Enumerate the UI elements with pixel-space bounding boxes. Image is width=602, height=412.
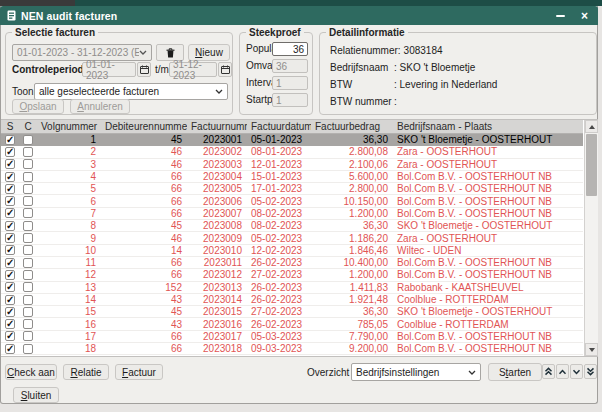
interval-input[interactable]: 1 [272, 76, 308, 90]
c-checkbox[interactable] [23, 159, 33, 169]
s-checkbox[interactable] [5, 344, 15, 354]
table-row[interactable]: 17 66 2023017 05-03-2023 7.790,00 Bol.Co… [1, 331, 583, 343]
c-checkbox[interactable] [23, 196, 33, 206]
c-checkbox[interactable] [23, 233, 33, 243]
s-checkbox[interactable] [5, 307, 15, 317]
c-checkbox[interactable] [23, 221, 33, 231]
s-checkbox[interactable] [5, 172, 15, 182]
header-volgnummer[interactable]: Volgnummer [37, 120, 101, 133]
table-scrollbar[interactable] [584, 120, 598, 356]
header-debiteurennummer[interactable]: Debiteurennummer [101, 120, 187, 133]
table-row[interactable]: 13 152 2023013 26-02-2023 1.411,83 Rabob… [1, 282, 583, 294]
omvang-input[interactable]: 36 [272, 59, 308, 73]
table-row[interactable]: 3 46 2023003 12-01-2023 2.100,06 Zara - … [1, 159, 583, 171]
table-row[interactable]: 18 66 2023018 09-03-2023 9.200,00 Bol.Co… [1, 343, 583, 355]
c-checkbox[interactable] [23, 135, 33, 145]
cell-factuurnummer: 2023003 [187, 159, 247, 170]
c-checkbox[interactable] [23, 344, 33, 354]
header-c[interactable]: C [19, 120, 37, 133]
s-checkbox[interactable] [5, 331, 15, 341]
chevron-down-icon [215, 89, 223, 94]
c-checkbox[interactable] [23, 184, 33, 194]
header-factuurbedrag[interactable]: Factuurbedrag [311, 120, 393, 133]
minimize-button[interactable] [556, 15, 565, 17]
toon-select[interactable]: alle geselecteerde facturen [34, 83, 228, 100]
c-checkbox[interactable] [23, 319, 33, 329]
starten-button[interactable]: Starten [488, 363, 542, 381]
cell-factuurbedrag: 2.800,08 [311, 146, 393, 157]
cell-debiteurennummer: 45 [101, 134, 187, 145]
c-checkbox[interactable] [23, 258, 33, 268]
sluiten-button[interactable]: Sluiten [13, 387, 59, 403]
table-row[interactable]: 8 45 2023008 08-02-2023 36,30 SKO 't Blo… [1, 220, 583, 232]
overzicht-select[interactable]: Bedrijfsinstellingen [351, 363, 481, 381]
table-row[interactable]: 1 45 2023001 05-01-2023 36,30 SKO 't Blo… [1, 134, 583, 146]
s-checkbox[interactable] [5, 270, 15, 280]
c-checkbox[interactable] [23, 295, 33, 305]
factuur-button[interactable]: Factuur [115, 364, 163, 380]
scroll-last-button[interactable] [584, 364, 597, 379]
opslaan-button[interactable]: Opslaan [12, 99, 64, 114]
s-checkbox[interactable] [5, 245, 15, 255]
s-checkbox[interactable] [5, 295, 15, 305]
cell-volgnummer: 18 [37, 343, 101, 354]
table-row[interactable]: 15 45 2023015 27-02-2023 36,30 SKO 't Bl… [1, 306, 583, 318]
header-s[interactable]: S [1, 120, 19, 133]
scrollbar-thumb[interactable] [586, 134, 597, 196]
c-checkbox[interactable] [23, 331, 33, 341]
check-aan-button[interactable]: Check aan [5, 364, 57, 380]
populatie-input[interactable]: 36 [272, 42, 308, 56]
scroll-up-arrow-button[interactable] [585, 120, 598, 133]
close-button[interactable]: × [581, 10, 588, 22]
table-row[interactable]: 10 14 2023010 12-02-2023 1.846,46 Wiltec… [1, 245, 583, 257]
scrollbar-track[interactable] [585, 133, 598, 343]
header-bedrijfsnaam-plaats[interactable]: Bedrijfsnaam - Plaats [393, 120, 583, 133]
c-checkbox[interactable] [23, 270, 33, 280]
cell-debiteurennummer: 46 [101, 159, 187, 170]
table-row[interactable]: 11 66 2023011 26-02-2023 10.400,00 Bol.C… [1, 257, 583, 269]
scroll-next-button[interactable] [570, 364, 583, 379]
annuleren-button[interactable]: Annuleren [70, 99, 130, 114]
scroll-down-arrow-button[interactable] [585, 343, 598, 356]
s-checkbox[interactable] [5, 159, 15, 169]
s-checkbox[interactable] [5, 282, 15, 292]
s-checkbox[interactable] [5, 258, 15, 268]
c-checkbox[interactable] [23, 245, 33, 255]
table-row[interactable]: 14 43 2023014 26-02-2023 1.921,48 Coolbl… [1, 294, 583, 306]
header-factuurdatum[interactable]: Factuurdatum [247, 120, 311, 133]
table-row[interactable]: 9 46 2023009 05-02-2023 1.186,20 Zara - … [1, 232, 583, 244]
header-factuurnummer[interactable]: Factuurnummer [187, 120, 247, 133]
s-checkbox[interactable] [5, 135, 15, 145]
date-to-input[interactable]: 31-12-2023 [169, 62, 217, 77]
scroll-first-button[interactable] [542, 364, 555, 379]
s-checkbox[interactable] [5, 221, 15, 231]
date-from-input[interactable]: 01-01-2023 [82, 62, 136, 77]
s-checkbox[interactable] [5, 208, 15, 218]
c-checkbox[interactable] [23, 307, 33, 317]
scroll-prev-button[interactable] [556, 364, 569, 379]
steekproef-field: Populatie 36 [244, 42, 308, 55]
table-row[interactable]: 6 66 2023006 05-02-2023 10.150,00 Bol.Co… [1, 195, 583, 207]
s-checkbox[interactable] [5, 184, 15, 194]
table-row[interactable]: 16 43 2023016 26-02-2023 785,05 Coolblue… [1, 318, 583, 330]
table-row[interactable]: 4 66 2023004 15-01-2023 5.600,00 Bol.Com… [1, 171, 583, 183]
table-row[interactable]: 7 66 2023007 08-02-2023 1.200,00 Bol.Com… [1, 208, 583, 220]
c-checkbox[interactable] [23, 208, 33, 218]
startpunt-input[interactable]: 1 [272, 93, 308, 107]
cell-volgnummer: 7 [37, 208, 101, 219]
table-row[interactable]: 12 66 2023012 27-02-2023 1.200,00 Bol.Co… [1, 269, 583, 281]
date-from-calendar-button[interactable] [137, 62, 151, 77]
c-checkbox[interactable] [23, 172, 33, 182]
table-row[interactable]: 2 46 2023002 08-01-2023 2.800,08 Zara - … [1, 146, 583, 158]
s-checkbox[interactable] [5, 147, 15, 157]
c-checkbox[interactable] [23, 282, 33, 292]
cell-factuurnummer: 2023011 [187, 257, 247, 268]
s-checkbox[interactable] [5, 319, 15, 329]
s-checkbox[interactable] [5, 196, 15, 206]
table-row[interactable]: 5 66 2023005 17-01-2023 2.800,00 Bol.Com… [1, 183, 583, 195]
relatie-button[interactable]: Relatie [63, 364, 109, 380]
date-to-calendar-button[interactable] [218, 62, 232, 77]
steekproef-field: Startpunt 1 [244, 93, 308, 106]
s-checkbox[interactable] [5, 233, 15, 243]
c-checkbox[interactable] [23, 147, 33, 157]
